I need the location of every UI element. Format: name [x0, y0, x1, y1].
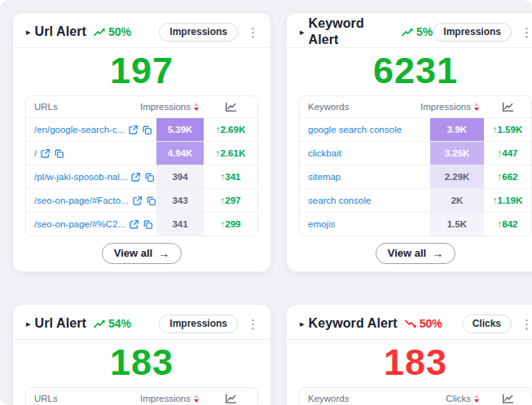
trend-indicator: 54% — [94, 318, 131, 329]
collapse-caret-icon[interactable]: ▸ — [26, 319, 31, 328]
url-link[interactable]: /seo-on-page/#Facto... — [34, 196, 129, 205]
metric-filter-button[interactable]: Impressions — [159, 23, 238, 42]
table-row[interactable]: /pl/w-jaki-sposob-nal... 394 ↑341 — [26, 165, 257, 188]
alert-total: 6231 — [287, 48, 532, 95]
value-cell: 5.39K — [156, 118, 204, 141]
external-link-icon[interactable] — [40, 148, 51, 159]
url-alert-card-2: ▸ Url Alert 54% Impressions ⋮ 183 URLs I… — [12, 304, 271, 405]
table-row[interactable]: emojis 1.5K ↑842 — [300, 212, 531, 236]
table-header-row: URLs Impressions — [26, 96, 257, 117]
metric-filter-button[interactable]: Impressions — [433, 23, 512, 42]
keyword-link[interactable]: clickbait — [308, 148, 341, 158]
copy-icon[interactable] — [144, 172, 155, 183]
collapse-caret-icon[interactable]: ▸ — [26, 28, 31, 37]
card-title: Keyword Alert — [309, 15, 395, 48]
url-link[interactable]: /pl/w-jaki-sposob-nal... — [34, 172, 127, 182]
keyword-table: Keywords Impressions google search conso… — [299, 95, 532, 236]
value-cell: 341 — [156, 213, 204, 236]
table-row[interactable]: /seo-on-page/#%C2... 341 ↑299 — [26, 212, 257, 236]
change-cell: ↑662 — [484, 165, 531, 188]
keyword-alert-card-1: ▸ Keyword Alert 5% Impressions ⋮ 6231 Ke… — [286, 12, 532, 272]
kebab-menu-icon[interactable]: ⋮ — [519, 26, 532, 38]
table-header-row: Keywords Impressions — [300, 96, 531, 117]
external-link-icon[interactable] — [132, 196, 143, 206]
line-chart-icon[interactable] — [502, 394, 514, 404]
value-column-header: Clicks — [446, 394, 471, 403]
url-link[interactable]: / — [34, 148, 37, 158]
table-row[interactable]: search console 2K ↑1.19K — [300, 188, 531, 212]
metric-filter-button[interactable]: Clicks — [462, 315, 512, 333]
value-cell: 343 — [156, 189, 204, 212]
external-link-icon[interactable] — [130, 172, 141, 183]
view-all-label: View all — [388, 247, 426, 259]
card-title: Keyword Alert — [309, 315, 398, 332]
line-chart-icon[interactable] — [225, 102, 237, 112]
url-table: URLs Impressions — [25, 387, 258, 405]
keyword-table: Keywords Clicks — [299, 387, 532, 405]
sort-icon[interactable] — [194, 394, 199, 403]
trend-up-icon — [402, 28, 414, 37]
value-cell: 394 — [156, 165, 204, 188]
trend-down-icon — [405, 319, 417, 328]
trend-value: 50% — [420, 318, 442, 329]
card-title: Url Alert — [35, 24, 86, 40]
url-alert-card-1: ▸ Url Alert 50% Impressions ⋮ 197 URLs I… — [12, 12, 271, 272]
kebab-menu-icon[interactable]: ⋮ — [245, 318, 261, 330]
keyword-link[interactable]: google search console — [308, 125, 402, 134]
table-row[interactable]: sitemap 2.29K ↑662 — [300, 165, 531, 188]
line-chart-icon[interactable] — [225, 394, 237, 404]
trend-up-icon — [94, 319, 106, 328]
collapse-caret-icon[interactable]: ▸ — [300, 319, 305, 328]
value-cell: 4.94K — [156, 142, 204, 165]
copy-icon[interactable] — [54, 148, 64, 159]
change-cell: ↑842 — [484, 213, 531, 236]
alert-total: 183 — [13, 340, 270, 387]
view-all-button[interactable]: View all → — [102, 243, 182, 264]
collapse-caret-icon[interactable]: ▸ — [300, 28, 305, 37]
table-row[interactable]: /en/google-search-c... 5.39K ↑2.69K — [26, 117, 257, 141]
key-column-header: Keywords — [300, 388, 430, 405]
external-link-icon[interactable] — [129, 219, 139, 230]
value-column-header: Impressions — [140, 102, 191, 112]
keyword-link[interactable]: emojis — [308, 219, 335, 229]
table-row[interactable]: clickbait 3.25K ↑447 — [300, 141, 531, 165]
copy-icon[interactable] — [143, 219, 153, 230]
keyword-link[interactable]: search console — [308, 196, 371, 205]
url-link[interactable]: /en/google-search-c... — [34, 125, 125, 134]
change-cell: ↑297 — [204, 189, 257, 212]
url-link[interactable]: /seo-on-page/#%C2... — [34, 219, 125, 229]
key-column-header: Keywords — [300, 96, 430, 117]
right-arrow-icon: → — [158, 248, 169, 259]
trend-value: 5% — [416, 26, 433, 37]
table-row[interactable]: google search console 3.9K ↑1.59K — [300, 117, 531, 141]
sort-icon[interactable] — [194, 103, 199, 111]
table-header-row: URLs Impressions — [26, 388, 257, 405]
trend-indicator: 50% — [405, 318, 442, 329]
metric-filter-button[interactable]: Impressions — [159, 315, 238, 333]
value-cell: 3.9K — [430, 118, 484, 141]
sort-icon[interactable] — [474, 103, 479, 111]
trend-up-icon — [94, 28, 106, 37]
card-header: ▸ Url Alert 50% Impressions ⋮ — [13, 13, 270, 47]
copy-icon[interactable] — [146, 196, 156, 206]
table-row[interactable]: /seo-on-page/#Facto... 343 ↑297 — [26, 188, 257, 212]
key-column-header: URLs — [26, 96, 156, 117]
sort-icon[interactable] — [474, 394, 479, 403]
external-link-icon[interactable] — [128, 125, 138, 135]
value-cell: 1.5K — [430, 213, 484, 236]
view-all-label: View all — [114, 247, 152, 259]
kebab-menu-icon[interactable]: ⋮ — [519, 318, 532, 330]
value-column-header: Impressions — [420, 102, 471, 112]
alert-total: 183 — [287, 340, 532, 387]
copy-icon[interactable] — [142, 125, 152, 135]
table-row[interactable]: / 4.94K ↑2.61K — [26, 141, 257, 165]
value-column-header: Impressions — [140, 394, 191, 403]
table-header-row: Keywords Clicks — [300, 388, 531, 405]
value-cell: 2.29K — [430, 165, 484, 188]
view-all-button[interactable]: View all → — [376, 243, 455, 264]
keyword-link[interactable]: sitemap — [308, 172, 341, 182]
kebab-menu-icon[interactable]: ⋮ — [245, 26, 261, 38]
key-column-header: URLs — [26, 388, 156, 405]
card-title: Url Alert — [35, 315, 86, 332]
line-chart-icon[interactable] — [502, 102, 514, 112]
